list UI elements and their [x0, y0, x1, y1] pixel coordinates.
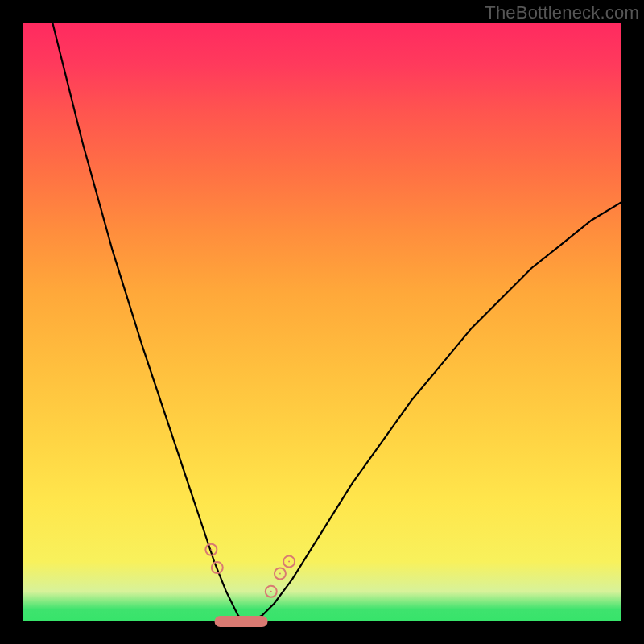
marker-left-b [217, 567, 218, 568]
marker-right-a [270, 591, 272, 592]
chart-frame: TheBottleneck.com [0, 0, 644, 644]
bottleneck-curve [52, 23, 621, 621]
marker-right-c [288, 561, 290, 563]
marker-group [210, 549, 290, 621]
chart-svg [23, 23, 621, 621]
marker-right-b [279, 572, 281, 574]
marker-left-a [210, 549, 212, 551]
watermark-text: TheBottleneck.com [485, 2, 639, 23]
chart-plot-area [23, 23, 621, 621]
